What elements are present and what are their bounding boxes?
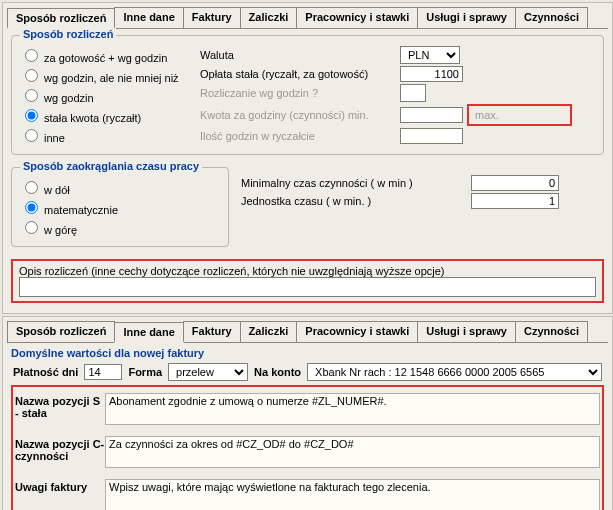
row-c-input[interactable] [105, 436, 600, 468]
tab2-invoices[interactable]: Faktury [183, 321, 241, 342]
unit-input[interactable] [471, 193, 559, 209]
tab2-advances[interactable]: Zaliczki [240, 321, 298, 342]
opt-other[interactable]: inne [20, 126, 200, 144]
currency-label: Waluta [200, 49, 400, 61]
tab-services-cases[interactable]: Usługi i sprawy [417, 7, 516, 28]
flat-fee-label: Opłata stała (ryczałt, za gotowość) [200, 68, 400, 80]
row-s-input[interactable] [105, 393, 600, 425]
hour-rate-max-input [503, 108, 564, 122]
payment-form-select[interactable]: przelew [168, 363, 248, 381]
tab-employees-rates[interactable]: Pracownicy i stawki [296, 7, 418, 28]
invoice-fields-highlight: Nazwa pozycji S - stała Nazwa pozycji C-… [11, 385, 604, 510]
rounding-group: Sposób zaokrąglania czasu pracy w dół ma… [11, 167, 229, 247]
hour-rate-max-label: max. [475, 109, 499, 121]
hour-rate-max-highlight: max. [467, 104, 572, 126]
tabs-top: Sposób rozliczeń Inne dane Faktury Zalic… [7, 7, 608, 29]
hour-billing-label: Rozliczanie wg godzin ? [200, 87, 400, 99]
account-label: Na konto [254, 366, 301, 378]
round-math[interactable]: matematycznie [20, 198, 220, 216]
tab2-other-data[interactable]: Inne dane [114, 322, 183, 343]
tab-activities[interactable]: Czynności [515, 7, 588, 28]
tab2-activities[interactable]: Czynności [515, 321, 588, 342]
payment-days-label: Płatność dni [13, 366, 78, 378]
tab-settlement[interactable]: Sposób rozliczeń [7, 8, 115, 29]
round-down[interactable]: w dół [20, 178, 220, 196]
notes-input[interactable] [105, 479, 600, 510]
tab-advances[interactable]: Zaliczki [240, 7, 298, 28]
row-c-label: Nazwa pozycji C-czynności [15, 436, 105, 462]
tabs-bottom: Sposób rozliczeń Inne dane Faktury Zalic… [7, 321, 608, 343]
hours-in-flat-label: Ilość godzin w ryczałcie [200, 130, 400, 142]
description-box: Opis rozliczeń (inne cechy dotyczące roz… [11, 259, 604, 303]
rounding-title: Sposób zaokrąglania czasu pracy [20, 160, 202, 172]
settlement-method-title: Sposób rozliczeń [20, 28, 116, 40]
hour-rate-min-input [400, 107, 463, 123]
min-time-label: Minimalny czas czynności ( w min ) [241, 177, 471, 189]
description-input[interactable] [19, 277, 596, 297]
hours-in-flat-input [400, 128, 463, 144]
opt-hours-not-less[interactable]: wg godzin, ale nie mniej niż [20, 66, 200, 84]
unit-label: Jednostka czasu ( w min. ) [241, 195, 471, 207]
currency-select[interactable]: PLN [400, 46, 460, 64]
payment-days-input[interactable] [84, 364, 122, 380]
hour-rate-label: Kwota za godziny (czynności) min. [200, 109, 400, 121]
settlement-panel: Sposób rozliczeń Inne dane Faktury Zalic… [2, 2, 613, 314]
tab-other-data[interactable]: Inne dane [114, 7, 183, 28]
invoice-defaults-title: Domyślne wartości dla nowej faktury [11, 347, 608, 359]
account-select[interactable]: Xbank Nr rach : 12 1548 6666 0000 2005 6… [307, 363, 602, 381]
flat-fee-input[interactable] [400, 66, 463, 82]
opt-flat[interactable]: stała kwota (ryczałt) [20, 106, 200, 124]
min-time-input[interactable] [471, 175, 559, 191]
payment-form-label: Forma [128, 366, 162, 378]
opt-readiness-hours[interactable]: za gotowość + wg godzin [20, 46, 200, 64]
round-up[interactable]: w górę [20, 218, 220, 236]
tab-invoices[interactable]: Faktury [183, 7, 241, 28]
tab2-services-cases[interactable]: Usługi i sprawy [417, 321, 516, 342]
notes-label: Uwagi faktury [15, 479, 105, 493]
other-data-panel: Sposób rozliczeń Inne dane Faktury Zalic… [2, 316, 613, 510]
settlement-method-group: Sposób rozliczeń za gotowość + wg godzin… [11, 35, 604, 155]
tab2-employees-rates[interactable]: Pracownicy i stawki [296, 321, 418, 342]
hour-billing-check [400, 84, 426, 102]
opt-hours[interactable]: wg godzin [20, 86, 200, 104]
description-label: Opis rozliczeń (inne cechy dotyczące roz… [19, 265, 596, 277]
tab2-settlement[interactable]: Sposób rozliczeń [7, 321, 115, 342]
row-s-label: Nazwa pozycji S - stała [15, 393, 105, 419]
